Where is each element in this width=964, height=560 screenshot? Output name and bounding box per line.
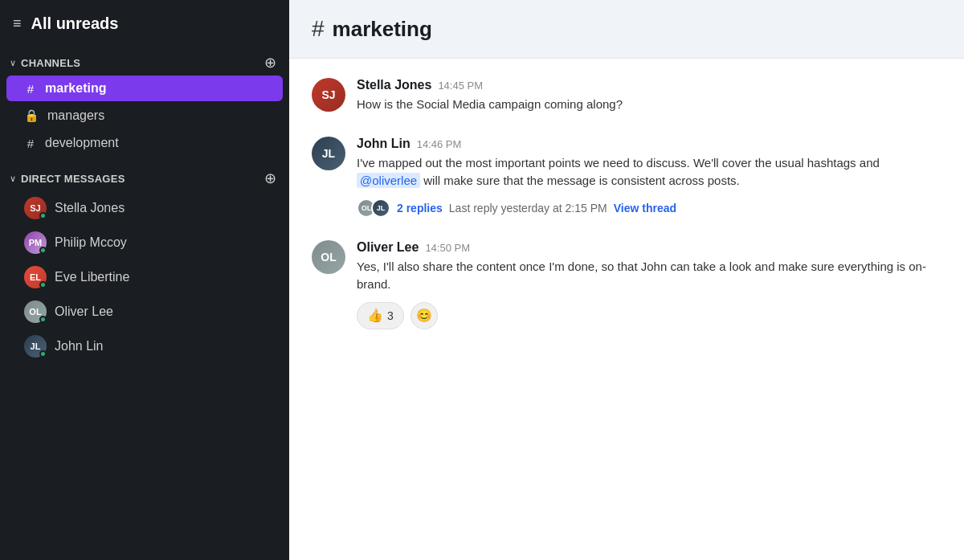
add-reaction-icon: 😊 [416,308,432,323]
view-thread-button[interactable]: View thread [614,202,676,215]
msg-text-stella: How is the Social Media campaign coming … [357,96,942,114]
dm-section-left: ∨ DIRECT MESSAGES [10,173,125,185]
message-group-oliver: OL Oliver Lee 14:50 PM Yes, I'll also sh… [312,240,942,329]
message-group-stella: SJ Stella Jones 14:45 PM How is the Soci… [312,78,942,114]
thread-last-reply-text: Last reply yesterday at 2:15 PM [449,202,607,215]
avatar-wrap-john: JL [24,335,47,358]
msg-text-john: I've mapped out the most important point… [357,154,942,190]
sidebar-item-managers[interactable]: 🔒 managers [6,103,283,129]
status-dot-stella [39,212,47,219]
hash-icon: # [24,82,37,96]
dm-section-header: ∨ DIRECT MESSAGES ⊕ [0,166,289,190]
thread-avatars: OL JL [357,198,390,218]
dm-name-stella: Stella Jones [55,201,125,215]
channel-name-managers: managers [47,108,104,123]
channel-title: marketing [333,17,432,42]
thread-info-john: OL JL 2 replies Last reply yesterday at … [357,198,942,218]
msg-time-john: 14:46 PM [417,138,462,150]
thread-replies-count[interactable]: 2 replies [397,202,443,215]
status-dot-oliver [39,316,47,323]
add-dm-button[interactable]: ⊕ [264,171,276,186]
msg-meta-stella: Stella Jones 14:45 PM [357,78,942,92]
dm-chevron-icon[interactable]: ∨ [10,174,16,184]
msg-sender-stella: Stella Jones [357,78,431,92]
sidebar-header: ≡ All unreads [0,0,289,47]
message-group-john: JL John Lin 14:46 PM I've mapped out the… [312,137,942,218]
msg-sender-oliver: Oliver Lee [357,240,419,255]
msg-avatar-oliver: OL [312,240,345,274]
msg-text-john-part2: will make sure that the message is consi… [420,174,740,187]
mention-oliverlee[interactable]: @oliverlee [357,173,420,188]
avatar-wrap-oliver: OL [24,300,47,323]
msg-content-stella: Stella Jones 14:45 PM How is the Social … [357,78,942,114]
menu-icon[interactable]: ≡ [13,15,22,32]
add-reaction-button[interactable]: 😊 [411,302,438,329]
avatar-wrap-philip: PM [24,231,47,254]
msg-content-oliver: Oliver Lee 14:50 PM Yes, I'll also share… [357,240,942,329]
channel-name-marketing: marketing [45,81,106,96]
msg-avatar-stella: SJ [312,78,345,112]
reaction-thumbsup[interactable]: 👍 3 [357,302,404,329]
sidebar: ≡ All unreads ∨ CHANNELS ⊕ # marketing 🔒… [0,0,289,560]
dm-item-stella[interactable]: SJ Stella Jones [6,191,283,225]
sidebar-item-marketing[interactable]: # marketing [6,76,283,101]
avatar-wrap-stella: SJ [24,197,47,219]
msg-meta-oliver: Oliver Lee 14:50 PM [357,240,942,255]
msg-content-john: John Lin 14:46 PM I've mapped out the mo… [357,137,942,218]
messages-area: SJ Stella Jones 14:45 PM How is the Soci… [289,59,964,560]
channels-section-left: ∨ CHANNELS [10,57,80,69]
dm-section: ∨ DIRECT MESSAGES ⊕ SJ Stella Jones PM P… [0,163,289,364]
channel-name-development: development [45,136,119,150]
reactions-oliver: 👍 3 😊 [357,302,942,329]
channels-chevron-icon[interactable]: ∨ [10,58,16,68]
dm-item-oliver[interactable]: OL Oliver Lee [6,295,283,329]
lock-icon: 🔒 [24,108,39,123]
msg-sender-john: John Lin [357,137,411,151]
channels-section-header: ∨ CHANNELS ⊕ [0,51,289,75]
msg-meta-john: John Lin 14:46 PM [357,137,942,151]
reaction-count: 3 [387,309,394,322]
channels-section-label: CHANNELS [21,57,80,69]
dm-section-label: DIRECT MESSAGES [21,173,125,185]
status-dot-john [39,350,47,358]
main-content: # marketing SJ Stella Jones 14:45 PM How… [289,0,964,560]
dm-item-john[interactable]: JL John Lin [6,329,283,363]
sidebar-title: All unreads [31,14,119,33]
add-channel-button[interactable]: ⊕ [264,55,276,70]
dm-name-oliver: Oliver Lee [55,305,113,319]
dm-item-philip[interactable]: PM Philip Mccoy [6,226,283,260]
dm-name-philip: Philip Mccoy [55,235,127,250]
msg-text-john-part1: I've mapped out the most important point… [357,156,880,170]
avatar-wrap-eve: EL [24,266,47,288]
msg-time-stella: 14:45 PM [438,80,483,92]
dm-name-eve: Eve Libertine [55,270,129,284]
dm-item-eve[interactable]: EL Eve Libertine [6,260,283,294]
main-header: # marketing [289,0,964,59]
reaction-emoji: 👍 [367,308,383,323]
thread-avatar-john2: JL [371,198,390,218]
dm-name-john: John Lin [55,339,104,354]
sidebar-item-development[interactable]: # development [6,130,283,156]
msg-text-oliver: Yes, I'll also share the content once I'… [357,258,942,294]
hash-icon-development: # [24,137,37,150]
status-dot-eve [39,281,47,288]
channel-hash-icon: # [312,16,325,42]
status-dot-philip [39,247,47,254]
msg-time-oliver: 14:50 PM [425,242,470,254]
msg-avatar-john: JL [312,137,345,170]
